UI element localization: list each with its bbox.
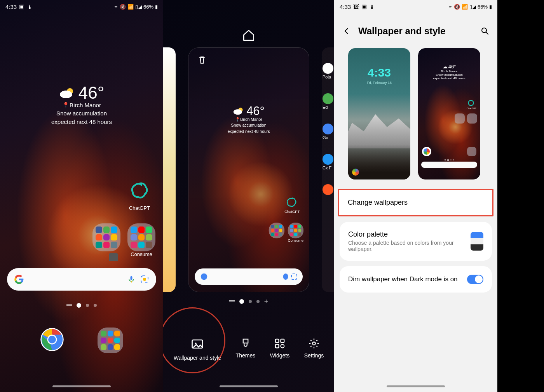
svg-rect-15 — [275, 339, 279, 343]
page-preview[interactable]: 46° 📍Birch Manor Snow accumulation expec… — [188, 47, 309, 292]
chatgpt-app[interactable]: ChatGPT — [127, 179, 152, 211]
pf-d2: expected next 48 hours — [207, 129, 291, 134]
signal-icon: ▯◢ — [135, 4, 142, 10]
svg-point-11 — [234, 109, 242, 115]
page-title: Wallpaper and style — [358, 26, 473, 37]
nav-handle[interactable] — [52, 385, 111, 387]
widgets-label: Widgets — [270, 352, 290, 359]
themes-label: Themes — [236, 352, 256, 359]
app-folder-consume[interactable]: Consume — [127, 223, 155, 258]
nav-handle[interactable] — [220, 385, 278, 387]
chatgpt-icon — [127, 179, 152, 203]
home-screen-panel: 4:33 ▣ 🌡 ⚭ 🔇 📶 ▯◢ 66% ▮ 46° 📍Birch Manor… — [0, 0, 163, 392]
weather-cloud-sun-icon — [233, 106, 244, 115]
thermo-icon: 🌡 — [369, 3, 375, 10]
lens-icon — [291, 274, 297, 280]
change-wallpapers-label: Change wallpapers — [348, 199, 484, 207]
chatgpt-icon — [467, 99, 475, 107]
search-icon[interactable] — [480, 26, 490, 36]
side-app-label: Cx F — [323, 166, 333, 170]
svg-point-19 — [312, 342, 316, 345]
lockscreen-preview[interactable]: 4:33 Fri, February 16 — [348, 48, 410, 179]
dim-wallpaper-label: Dim wallpaper when Dark mode is on — [348, 275, 458, 283]
dock-folder[interactable] — [98, 328, 123, 353]
nav-handle[interactable] — [387, 385, 445, 387]
photos-shortcut-icon — [352, 169, 359, 176]
weather-widget[interactable]: 46° 📍Birch Manor Snow accumulation expec… — [0, 83, 163, 125]
highlight-box: Change wallpapers — [338, 189, 493, 216]
hs-loc: Birch Manor — [418, 70, 480, 73]
page-indicator[interactable] — [0, 303, 163, 308]
change-wallpapers-row[interactable]: Change wallpapers — [339, 190, 492, 215]
status-time: 4:33 — [340, 3, 351, 10]
gear-icon — [308, 338, 320, 349]
dim-wallpaper-row[interactable]: Dim wallpaper when Dark mode is on — [340, 266, 492, 293]
app-folder-1[interactable] — [92, 223, 120, 258]
google-search-bar[interactable] — [7, 268, 156, 291]
widgets-icon — [274, 338, 286, 349]
weather-desc-1: Snow accumulation — [0, 110, 163, 117]
location-pin-icon: 📍 — [62, 102, 70, 108]
color-palette-row[interactable]: Color palette Choose a palette based on … — [340, 222, 492, 261]
signal-icon: ▯◢ — [469, 4, 476, 10]
add-page-icon[interactable]: + — [264, 300, 269, 303]
pf-loc: Birch Manor — [240, 117, 262, 122]
weather-cloud-sun-icon — [59, 87, 75, 99]
battery-icon: ▮ — [155, 4, 158, 10]
chatgpt-label: ChatGPT — [127, 205, 152, 211]
pf-folder-label: Consume — [288, 238, 303, 242]
hs-temp: 46° — [448, 64, 456, 70]
themes-button[interactable]: Themes — [236, 338, 256, 361]
color-palette-sub: Choose a palette based on colors from yo… — [348, 240, 471, 252]
battery-saver-icon: ▣ — [19, 3, 24, 10]
folder-icon — [92, 223, 120, 251]
editor-page-indicator[interactable]: + — [163, 299, 334, 304]
brush-icon — [240, 338, 251, 349]
battery-percent: 66% — [478, 4, 488, 10]
svg-line-21 — [486, 32, 488, 34]
dock — [0, 328, 163, 353]
trash-icon[interactable] — [197, 55, 207, 65]
wallpaper-style-label: Wallpaper and style — [174, 355, 221, 361]
home-editor-panel: 46° 📍Birch Manor Snow accumulation expec… — [163, 0, 334, 392]
pf-d1: Snow accumulation — [207, 123, 291, 128]
bluetooth-icon: ⚭ — [114, 4, 118, 10]
next-page-peek[interactable]: Poja Ed Go Cx F — [322, 47, 334, 292]
svg-point-22 — [468, 100, 473, 105]
color-palette-title: Color palette — [348, 230, 471, 239]
svg-point-20 — [482, 28, 486, 33]
homescreen-preview[interactable]: ☁46° Birch Manor Snow accumulation expec… — [418, 48, 480, 179]
bluetooth-icon: ⚭ — [448, 4, 452, 10]
widgets-button[interactable]: Widgets — [270, 338, 290, 361]
chrome-app-icon[interactable] — [40, 328, 64, 352]
pf-search-bar — [195, 268, 303, 285]
wallpaper-style-button[interactable]: Wallpaper and style — [174, 338, 221, 361]
camera-icon[interactable] — [109, 253, 118, 261]
pf-temp: 46° — [246, 104, 265, 118]
status-time: 4:33 — [5, 3, 17, 10]
mute-icon: 🔇 — [454, 4, 460, 10]
back-icon[interactable] — [342, 26, 351, 36]
folder-label: Consume — [127, 251, 155, 257]
side-app-label: Go — [323, 135, 333, 140]
thermo-icon: 🌡 — [27, 3, 33, 10]
weather-temp-value: 46° — [78, 83, 105, 103]
dim-toggle[interactable] — [467, 275, 483, 284]
google-icon — [200, 273, 208, 280]
lock-date: Fri, February 16 — [348, 81, 410, 85]
mic-icon — [283, 274, 288, 280]
pf-chatgpt-label: ChatGPT — [284, 209, 300, 214]
prev-page-peek[interactable] — [163, 47, 176, 292]
battery-saver-icon: ▣ — [361, 3, 367, 10]
picture-icon: 🖼 — [353, 3, 359, 10]
settings-button[interactable]: Settings — [304, 338, 324, 361]
battery-icon: ▮ — [489, 4, 492, 10]
wifi-icon: 📶 — [462, 4, 468, 10]
svg-rect-16 — [281, 339, 284, 343]
picture-icon — [190, 338, 204, 352]
home-outline-icon[interactable] — [242, 29, 255, 42]
chatgpt-icon — [284, 195, 298, 209]
lens-icon[interactable] — [140, 275, 149, 284]
mic-icon[interactable] — [127, 275, 135, 284]
svg-rect-2 — [131, 276, 133, 280]
